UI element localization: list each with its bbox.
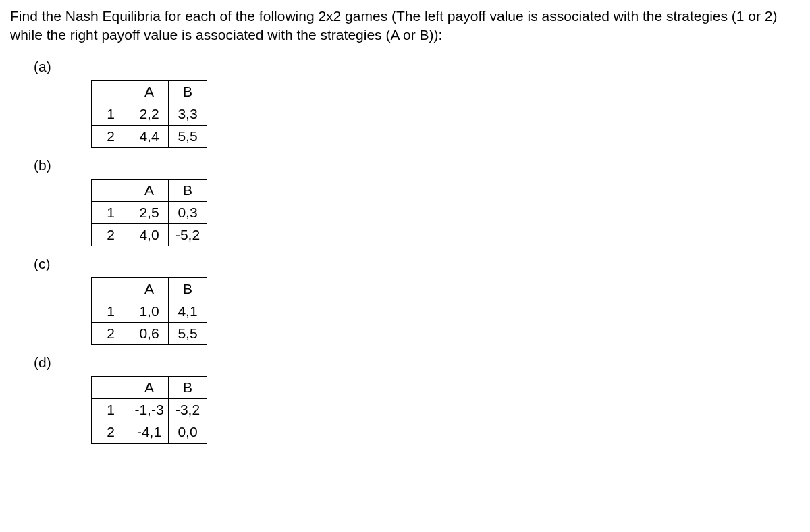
table-row: 1 2,5 0,3	[92, 201, 207, 223]
blank-cell	[92, 179, 130, 201]
col-header-a: A	[130, 277, 169, 300]
col-header-a: A	[130, 80, 169, 103]
row-header-1: 1	[92, 103, 130, 125]
table-row: A B	[92, 179, 207, 201]
table-row: A B	[92, 277, 207, 300]
row-header-2: 2	[92, 223, 130, 246]
table-row: 1 1,0 4,1	[92, 300, 207, 322]
col-header-b: B	[169, 179, 207, 201]
payoff-cell-2b: 5,5	[169, 322, 207, 344]
payoff-cell-2a: -4,1	[130, 421, 169, 443]
payoff-cell-1a: 2,2	[130, 103, 169, 125]
row-header-1: 1	[92, 398, 130, 421]
game-b-label: (b)	[34, 157, 800, 174]
game-a-label: (a)	[34, 59, 800, 75]
row-header-2: 2	[92, 322, 130, 344]
payoff-cell-1b: -3,2	[169, 398, 207, 421]
payoff-cell-1b: 0,3	[169, 201, 207, 223]
game-c-label: (c)	[34, 256, 800, 272]
row-header-2: 2	[92, 421, 130, 443]
row-header-2: 2	[92, 125, 130, 147]
payoff-cell-1a: -1,-3	[130, 398, 169, 421]
table-row: 1 2,2 3,3	[92, 103, 207, 125]
row-header-1: 1	[92, 300, 130, 322]
table-row: 2 0,6 5,5	[92, 322, 207, 344]
payoff-cell-2b: 0,0	[169, 421, 207, 443]
table-row: 2 4,0 -5,2	[92, 223, 207, 246]
row-header-1: 1	[92, 201, 130, 223]
payoff-cell-2b: 5,5	[169, 125, 207, 147]
table-row: A B	[92, 80, 207, 103]
col-header-b: B	[169, 277, 207, 300]
col-header-b: B	[169, 80, 207, 103]
col-header-b: B	[169, 376, 207, 398]
table-row: 1 -1,-3 -3,2	[92, 398, 207, 421]
blank-cell	[92, 376, 130, 398]
col-header-a: A	[130, 179, 169, 201]
col-header-a: A	[130, 376, 169, 398]
game-a-block: (a) A B 1 2,2 3,3 2 4,4 5,5	[10, 59, 800, 148]
payoff-cell-2a: 4,0	[130, 223, 169, 246]
question-prompt: Find the Nash Equilibria for each of the…	[10, 7, 800, 45]
payoff-cell-2b: -5,2	[169, 223, 207, 246]
game-b-table: A B 1 2,5 0,3 2 4,0 -5,2	[91, 179, 207, 246]
game-b-block: (b) A B 1 2,5 0,3 2 4,0 -5,2	[10, 157, 800, 246]
payoff-cell-1b: 4,1	[169, 300, 207, 322]
blank-cell	[92, 277, 130, 300]
table-row: 2 -4,1 0,0	[92, 421, 207, 443]
game-d-table: A B 1 -1,-3 -3,2 2 -4,1 0,0	[91, 376, 207, 444]
game-d-label: (d)	[34, 354, 800, 371]
game-c-table: A B 1 1,0 4,1 2 0,6 5,5	[91, 277, 207, 345]
table-row: A B	[92, 376, 207, 398]
payoff-cell-1b: 3,3	[169, 103, 207, 125]
table-row: 2 4,4 5,5	[92, 125, 207, 147]
payoff-cell-1a: 2,5	[130, 201, 169, 223]
payoff-cell-2a: 0,6	[130, 322, 169, 344]
game-a-table: A B 1 2,2 3,3 2 4,4 5,5	[91, 80, 207, 148]
payoff-cell-2a: 4,4	[130, 125, 169, 147]
blank-cell	[92, 80, 130, 103]
payoff-cell-1a: 1,0	[130, 300, 169, 322]
game-c-block: (c) A B 1 1,0 4,1 2 0,6 5,5	[10, 256, 800, 345]
game-d-block: (d) A B 1 -1,-3 -3,2 2 -4,1 0,0	[10, 354, 800, 444]
